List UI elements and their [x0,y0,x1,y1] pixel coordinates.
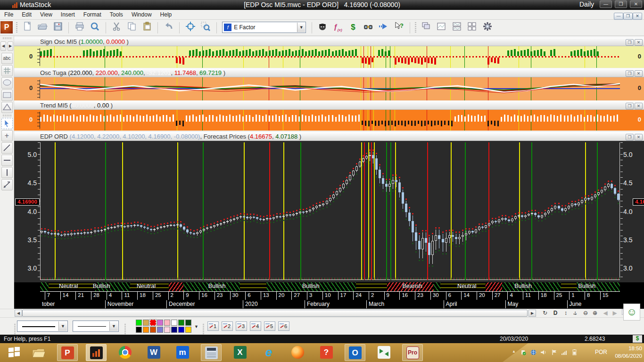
tile-windows-button[interactable] [466,21,478,33]
battery-icon[interactable] [571,349,578,356]
ellipse-tool-button[interactable] [1,77,13,89]
palette-color[interactable] [150,320,156,326]
action-center-flag-icon[interactable] [551,349,557,356]
copy-button[interactable] [126,21,138,33]
forecaster-button[interactable] [378,21,390,33]
restore-button[interactable]: ❐ [615,0,627,8]
palette-color[interactable] [164,320,170,326]
menu-window[interactable]: Window [127,10,156,19]
zoom-out-button[interactable]: ⊖ [581,309,590,317]
palette-color[interactable] [157,327,163,333]
scroll-right-button[interactable]: ▶ [8,41,13,51]
palette-color[interactable] [171,327,177,333]
mdi-restore-button[interactable]: ❐ [623,13,633,20]
smiley-button[interactable]: ☺ [623,304,640,321]
menu-format[interactable]: Format [79,10,106,19]
palette-color[interactable] [136,320,142,326]
network-icon[interactable] [530,349,537,356]
line-style-dropdown[interactable]: ▼ [58,321,67,331]
periodicity-d-button[interactable]: D [551,309,560,317]
save-chart-button[interactable] [52,21,64,33]
paste-button[interactable] [141,21,153,33]
pane-close-button[interactable]: ✕ [635,70,643,77]
minimize-button[interactable]: — [600,0,612,8]
close-button[interactable]: ✕ [630,0,642,8]
palette-color[interactable] [143,320,149,326]
indicator-builder-button[interactable]: ƒ(x) [332,21,344,33]
cascade-windows-button[interactable] [420,21,432,33]
prev-chart-button[interactable]: ◀ [601,309,610,317]
menu-insert[interactable]: Insert [57,10,79,19]
pane-restore-button[interactable]: ❐ [626,103,634,109]
rectangle-tool-button[interactable] [1,90,13,101]
metastock-p-button[interactable]: P [0,21,13,33]
menu-edit[interactable]: Edit [17,10,36,19]
menu-help[interactable]: Help [156,10,176,19]
taskbar-app-metastock-pro[interactable]: Pro [402,344,423,361]
vertical-line-tool-button[interactable] [1,167,13,178]
options-gear-button[interactable] [481,21,494,33]
expert-combo-dropdown[interactable]: ▼ [297,23,305,32]
scroll-left-button[interactable]: ◀ [0,41,6,51]
new-chart-button[interactable] [21,21,33,33]
triangle-tool-button[interactable] [1,102,13,113]
menu-view[interactable]: View [36,10,57,19]
palette-color[interactable] [157,320,163,326]
line-style-combo[interactable]: ▼ [17,321,68,332]
scroll-right-arrow[interactable]: ▶ [528,310,536,317]
horizontal-line-tool-button[interactable] [1,155,13,166]
palette-color[interactable] [178,327,184,333]
clock[interactable]: 18:50 08/06/2020 [615,345,642,360]
taskbar-app-maxthon[interactable]: m [172,344,193,361]
taskbar-app-help[interactable]: ? [316,344,337,361]
palette-color[interactable] [171,320,177,326]
palette-color[interactable] [150,327,156,333]
system-tester-button[interactable]: $ [347,21,359,33]
palette-color[interactable] [185,320,191,326]
palette-color[interactable] [136,327,142,333]
language-indicator[interactable]: POR [595,349,607,355]
context-help-button[interactable]: ? [393,21,405,33]
palette-color[interactable] [185,327,191,333]
palette-dropdown[interactable]: ▼ [194,324,198,329]
menu-file[interactable]: File [0,10,17,19]
pane-close-button[interactable]: ✕ [635,103,643,109]
cut-button[interactable] [110,21,123,33]
taskbar-app-chrome[interactable] [115,344,135,361]
trendline-tool-button[interactable] [1,142,13,154]
crosshair-tool-button[interactable]: + [1,130,13,141]
palette-color[interactable] [178,320,184,326]
layout-template-button-5[interactable]: 5 [264,321,275,331]
palette-color[interactable] [143,327,149,333]
pointer-tool-button[interactable] [1,118,13,129]
layout-template-button-4[interactable]: 4 [250,321,261,331]
layout-template-button-6[interactable]: 6 [278,321,289,331]
expert-advisor-button[interactable] [316,21,329,33]
usb-icon[interactable] [520,349,526,356]
new-window-button[interactable] [435,21,447,33]
volume-icon[interactable] [540,349,547,356]
explorer-button[interactable] [362,21,374,33]
taskbar-app-powerpoint[interactable]: P [57,344,78,361]
taskbar-app-internet-explorer[interactable]: e [258,344,279,361]
taskbar-app-firefox[interactable] [287,344,308,361]
scrollbar-thumb[interactable] [22,310,528,317]
refresh-button[interactable]: ↻ [540,309,550,317]
taskbar-app-outlook[interactable]: O [345,344,365,361]
expert-combo[interactable]: f E Factor ▼ [222,22,306,33]
line-weight-dropdown[interactable]: ▼ [109,321,118,331]
grid-tool-button[interactable] [1,65,13,76]
zoom-in-button[interactable]: ⊕ [590,309,600,317]
crosshair-button[interactable] [184,21,197,33]
next-chart-button[interactable]: ▶ [610,309,619,317]
fit-vertical-button[interactable]: ↕ [561,309,570,317]
layout-template-button-2[interactable]: 2 [222,321,233,331]
pane-restore-button[interactable]: ❐ [626,39,634,46]
layout-template-button-3[interactable]: 3 [236,321,247,331]
taskbar-app-file-explorer[interactable] [28,344,49,361]
hidden-icons-chevron[interactable]: ▲ [512,349,516,354]
pane-close-button[interactable]: ✕ [635,39,643,46]
pane-close-button[interactable]: ✕ [635,134,643,140]
taskbar-app-metastock[interactable] [86,344,107,361]
taskbar-app-excel[interactable]: X [230,344,250,361]
